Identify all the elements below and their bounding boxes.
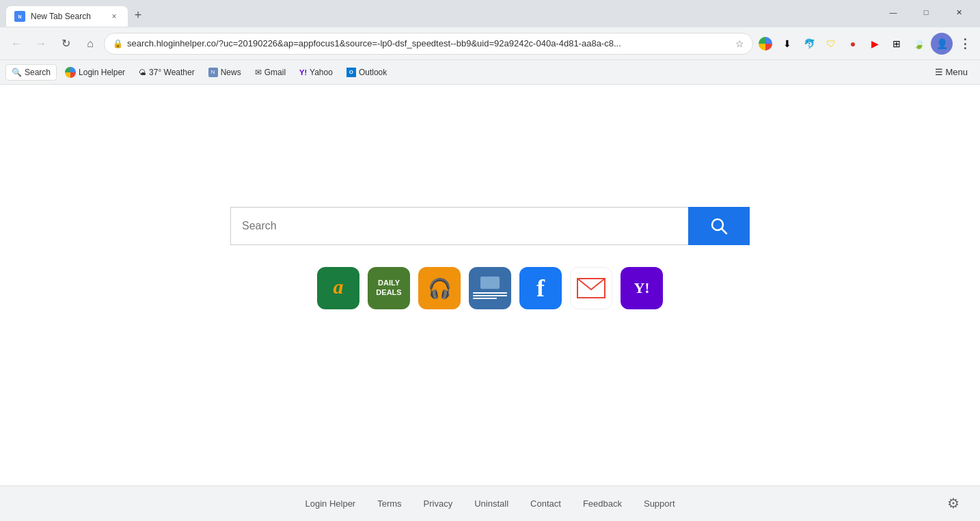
bookmark-search[interactable]: 🔍 Search — [5, 64, 57, 81]
refresh-button[interactable]: ↻ — [55, 33, 77, 55]
footer-terms[interactable]: Terms — [377, 498, 401, 509]
ext-grid-icon[interactable]: ⊞ — [887, 34, 906, 53]
audible-icon: 🎧 — [426, 274, 453, 302]
more-options-button[interactable]: ⋮ — [955, 34, 975, 53]
maximize-button[interactable]: □ — [910, 1, 942, 23]
bookmark-yahoo-label: Yahoo — [310, 68, 333, 77]
bookmark-search-label: Search — [25, 68, 51, 77]
bookmark-gmail[interactable]: ✉ Gmail — [249, 65, 291, 80]
news-bm-icon: N — [208, 68, 218, 77]
title-bar: N New Tab Search × + — □ ✕ — [0, 0, 980, 27]
settings-gear-icon[interactable]: ⚙ — [947, 495, 964, 511]
ext-leaf-icon[interactable]: 🍃 — [909, 34, 928, 53]
login-helper-bm-icon — [65, 67, 76, 78]
hlogin-icon — [759, 37, 772, 51]
tab-close-button[interactable]: × — [109, 11, 120, 22]
quick-link-audible[interactable]: 🎧 — [418, 267, 461, 309]
amazon-icon: a — [325, 274, 352, 302]
news-image-block — [480, 277, 500, 289]
minimize-button[interactable]: — — [877, 1, 909, 23]
bookmark-outlook[interactable]: O Outlook — [341, 65, 392, 80]
main-search-input[interactable] — [230, 207, 688, 245]
home-button[interactable]: ⌂ — [79, 33, 101, 55]
news-lines-block — [473, 292, 507, 299]
profile-button[interactable]: 👤 — [931, 33, 953, 55]
weather-bm-icon: 🌤 — [139, 68, 146, 76]
facebook-icon: f — [536, 276, 545, 300]
extension-icons: ⬇ 🐬 🛡 ● ▶ ⊞ 🍃 — [756, 34, 928, 53]
yahoo-icon: Y! — [634, 279, 649, 297]
ext-lastpass-icon[interactable]: ● — [843, 34, 862, 53]
bookmark-star-icon[interactable]: ☆ — [735, 38, 744, 49]
forward-button[interactable]: → — [30, 33, 52, 55]
quick-link-news[interactable] — [469, 267, 511, 309]
footer-support[interactable]: Support — [644, 498, 675, 509]
url-display: search.hloginhelper.co/?uc=20190226&ap=a… — [127, 38, 731, 48]
bookmark-login-helper-label: Login Helper — [79, 68, 125, 77]
quick-link-yahoo[interactable]: Y! — [621, 267, 663, 309]
footer: Login Helper Terms Privacy Uninstall Con… — [0, 485, 980, 521]
bookmark-news[interactable]: N News — [203, 65, 247, 80]
quick-link-daily-deals[interactable]: DAILY DEALS — [368, 267, 410, 309]
news-line3 — [473, 298, 497, 299]
ext-play-icon[interactable]: ▶ — [865, 34, 884, 53]
footer-privacy[interactable]: Privacy — [424, 498, 453, 509]
bookmark-weather-label: 37° Weather — [149, 68, 195, 77]
news-line2 — [473, 295, 507, 296]
ext-hloginhelper-icon[interactable] — [756, 34, 775, 53]
svg-text:N: N — [18, 14, 21, 19]
back-button[interactable]: ← — [5, 33, 27, 55]
quick-links: a DAILY DEALS 🎧 f — [317, 267, 663, 309]
main-content: a DAILY DEALS 🎧 f — [0, 85, 980, 485]
profile-icon: 👤 — [936, 38, 948, 49]
deals-line1: DAILY — [378, 279, 400, 287]
tab-strip: N New Tab Search × + — [5, 0, 875, 27]
deals-line2: DEALS — [376, 288, 401, 297]
footer-feedback[interactable]: Feedback — [583, 498, 622, 509]
bookmarks-bar: 🔍 Search Login Helper 🌤 37° Weather N Ne… — [0, 60, 980, 85]
footer-login-helper[interactable]: Login Helper — [305, 498, 355, 509]
window-controls: — □ ✕ — [877, 1, 975, 23]
quick-link-facebook[interactable]: f — [519, 267, 562, 309]
news-line1 — [473, 292, 507, 294]
footer-contact[interactable]: Contact — [530, 498, 561, 509]
menu-button[interactable]: ☰ Menu — [928, 64, 975, 80]
bookmark-outlook-label: Outlook — [359, 68, 387, 77]
omnibox[interactable]: 🔒 search.hloginhelper.co/?uc=20190226&ap… — [104, 33, 753, 55]
tab-title: New Tab Search — [31, 12, 103, 21]
svg-line-3 — [722, 229, 726, 234]
bookmark-news-label: News — [221, 68, 241, 77]
footer-wrapper: Login Helper Terms Privacy Uninstall Con… — [0, 485, 980, 521]
main-search-icon — [710, 217, 728, 235]
search-box-container — [230, 207, 750, 245]
address-bar: ← → ↻ ⌂ 🔒 search.hloginhelper.co/?uc=201… — [0, 27, 980, 60]
search-bm-icon: 🔍 — [12, 68, 22, 77]
bookmark-gmail-label: Gmail — [264, 68, 286, 77]
gmail-icon — [576, 277, 606, 299]
bookmark-weather[interactable]: 🌤 37° Weather — [133, 65, 200, 80]
main-search-button[interactable] — [688, 207, 750, 245]
new-tab-button[interactable]: + — [128, 5, 148, 25]
quick-link-amazon[interactable]: a — [317, 267, 359, 309]
tab-favicon: N — [14, 11, 25, 22]
bookmark-yahoo[interactable]: Y! Yahoo — [294, 65, 338, 80]
active-tab[interactable]: N New Tab Search × — [5, 5, 128, 27]
yahoo-bm-icon: Y! — [299, 68, 307, 76]
gmail-bm-icon: ✉ — [255, 68, 262, 77]
lock-icon: 🔒 — [113, 39, 123, 48]
quick-link-gmail[interactable] — [570, 267, 612, 309]
svg-text:a: a — [334, 275, 344, 298]
bookmark-login-helper[interactable]: Login Helper — [59, 64, 131, 81]
footer-uninstall[interactable]: Uninstall — [474, 498, 508, 509]
ext-download-icon[interactable]: ⬇ — [778, 34, 797, 53]
svg-text:🎧: 🎧 — [428, 277, 452, 300]
outlook-bm-icon: O — [346, 68, 356, 77]
ext-dolphin-icon[interactable]: 🐬 — [800, 34, 819, 53]
ext-norton-icon[interactable]: 🛡 — [821, 34, 841, 53]
close-button[interactable]: ✕ — [943, 1, 975, 23]
